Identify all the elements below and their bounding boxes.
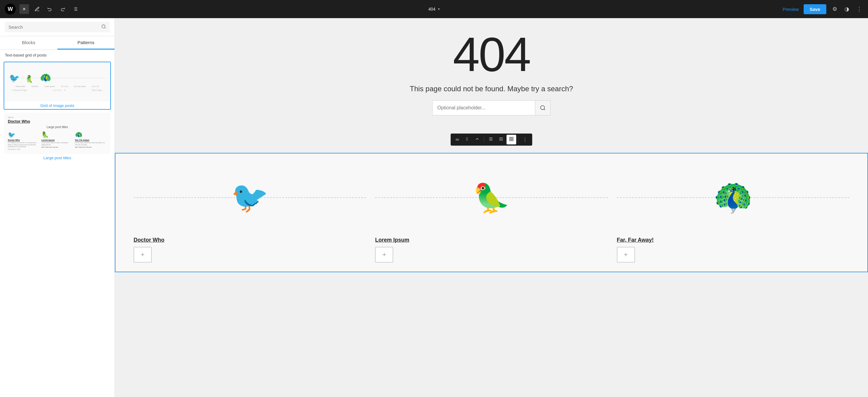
close-button[interactable]: ✕: [19, 4, 29, 14]
svg-rect-24: [509, 139, 511, 141]
save-button[interactable]: Save: [804, 4, 826, 14]
sidebar-tabs: Blocks Patterns: [0, 36, 115, 50]
svg-point-11: [466, 139, 467, 139]
post-add-button-2[interactable]: +: [375, 247, 393, 263]
grid-of-image-posts-label: Grid of image posts: [4, 101, 110, 109]
svg-point-15: [467, 140, 468, 140]
post-card-doctor-who: 🐦 Doctor Who +: [133, 163, 366, 263]
svg-point-13: [467, 137, 468, 138]
bird-image-3: 🦚: [713, 179, 753, 216]
sidebar-search-area: [0, 18, 115, 36]
toolbar-drag-button[interactable]: [462, 135, 472, 144]
svg-point-8: [541, 106, 545, 110]
top-bar: W ✕ 404 ▾ Preview Save ⚙ ◑ ⋮: [0, 0, 868, 18]
search-box: [5, 22, 110, 32]
post-title-3[interactable]: Far, Far Away!: [617, 237, 849, 243]
post-title-2[interactable]: Lorem Ipsum: [375, 237, 608, 243]
grid-of-image-posts-preview: 🐦 🦜 🦚 Doctor Who12.08.21Lorem ipsum11.17…: [4, 62, 110, 101]
page-name: 404: [428, 7, 435, 11]
sidebar-content: Text-based grid of posts 🐦 🦜 🦚 Doctor Wh…: [0, 50, 115, 397]
svg-rect-23: [512, 137, 513, 139]
main-layout: Blocks Patterns Text-based grid of posts…: [0, 18, 868, 397]
toolbar-divider-1: [484, 137, 484, 143]
toolbar-grid-button[interactable]: [506, 135, 516, 144]
post-card-lorem-ipsum: 🦜 Lorem Ipsum +: [375, 163, 608, 263]
list-view-button[interactable]: [71, 4, 80, 13]
svg-point-12: [466, 140, 467, 140]
redo-button[interactable]: [58, 4, 67, 13]
preview-button[interactable]: Preview: [783, 7, 799, 12]
post-add-button-1[interactable]: +: [133, 247, 152, 263]
svg-rect-25: [512, 139, 513, 141]
404-search-input[interactable]: [432, 100, 535, 115]
post-bird-2: 🦜: [375, 163, 608, 232]
404-section: 404 This page could not be found. Maybe …: [115, 18, 868, 134]
tab-patterns[interactable]: Patterns: [57, 36, 115, 49]
toolbar-justify-button[interactable]: [496, 135, 506, 144]
undo-button[interactable]: [45, 4, 54, 13]
bird-image-2: 🦜: [471, 178, 512, 217]
toolbar-divider-2: [518, 137, 518, 143]
svg-point-6: [102, 25, 105, 28]
svg-line-7: [104, 28, 105, 28]
404-search-row: [133, 100, 850, 115]
404-search-submit[interactable]: [535, 100, 551, 115]
block-toolbar: ∞ ⋮: [451, 134, 532, 145]
toolbar-move-button[interactable]: [472, 135, 482, 144]
toolbar-infinity-button[interactable]: ∞: [453, 135, 461, 144]
post-card-far-far-away: 🦚 Far, Far Away! +: [617, 163, 849, 263]
posts-grid: 🐦 Doctor Who + 🦜 Lorem Ipsum +: [133, 163, 849, 263]
sidebar: Blocks Patterns Text-based grid of posts…: [0, 18, 115, 397]
large-post-titles-card[interactable]: Dec 8 Doctor Who Large post titles 🐦 Doc…: [4, 112, 111, 162]
chevron-down-icon[interactable]: ▾: [438, 7, 440, 11]
svg-line-9: [544, 109, 545, 110]
large-post-titles-preview: Dec 8 Doctor Who Large post titles 🐦 Doc…: [4, 113, 110, 154]
tab-blocks[interactable]: Blocks: [0, 36, 57, 49]
page-label-center: 404 ▾: [428, 7, 439, 11]
contrast-button[interactable]: ◑: [843, 4, 850, 13]
toolbar-more-button[interactable]: ⋮: [520, 135, 530, 144]
post-bird-1: 🐦: [133, 163, 366, 232]
settings-button[interactable]: ⚙: [831, 4, 838, 13]
search-icon: [101, 24, 106, 30]
post-add-button-3[interactable]: +: [617, 247, 635, 263]
pen-tool-button[interactable]: [33, 4, 42, 13]
posts-grid-section: 🐦 Doctor Who + 🦜 Lorem Ipsum +: [115, 153, 868, 272]
post-title-1[interactable]: Doctor Who: [133, 237, 366, 243]
bird-image-1: 🐦: [231, 179, 269, 215]
not-found-text: This page could not be found. Maybe try …: [133, 85, 850, 93]
more-menu-button[interactable]: ⋮: [855, 4, 863, 13]
post-bird-3: 🦚: [617, 163, 849, 232]
svg-point-10: [466, 137, 467, 138]
top-bar-right: Preview Save ⚙ ◑ ⋮: [783, 4, 863, 14]
canvas-area: 404 This page could not be found. Maybe …: [115, 18, 868, 397]
wp-logo[interactable]: W: [5, 4, 16, 14]
svg-point-14: [467, 139, 468, 139]
large-post-titles-label: Large post titles: [4, 154, 110, 161]
text-based-grid-label: Text-based grid of posts: [0, 50, 115, 59]
svg-rect-22: [509, 137, 511, 139]
search-input[interactable]: [8, 25, 99, 30]
toolbar-settings-button[interactable]: [486, 135, 496, 144]
grid-of-image-posts-card[interactable]: 🐦 🦜 🦚 Doctor Who12.08.21Lorem ipsum11.17…: [4, 62, 111, 110]
404-title: 404: [133, 30, 850, 78]
